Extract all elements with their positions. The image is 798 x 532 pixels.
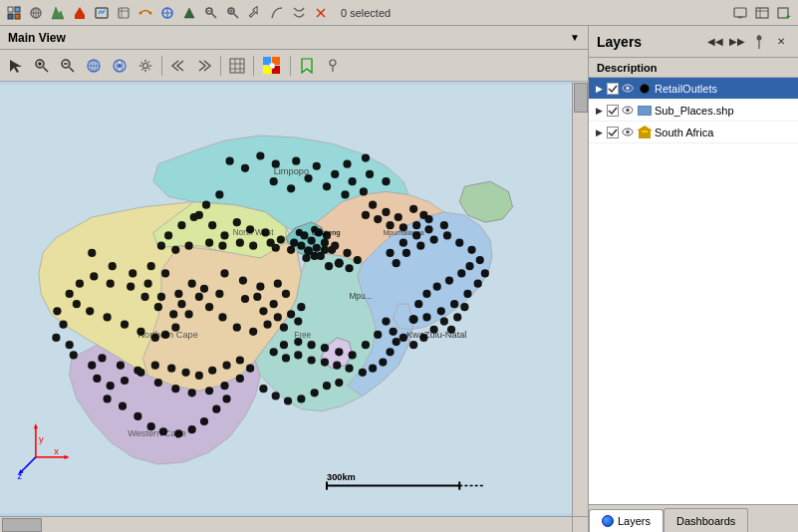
svg-point-162 <box>256 283 264 291</box>
toolbar-icon-plus[interactable]: + <box>774 3 794 23</box>
zoom-extent-tool[interactable] <box>108 54 132 78</box>
svg-point-285 <box>460 303 468 311</box>
horizontal-scrollbar[interactable] <box>0 516 572 532</box>
color-tool[interactable] <box>258 54 286 78</box>
svg-line-39 <box>44 67 49 72</box>
svg-point-316 <box>626 109 630 113</box>
svg-point-158 <box>424 225 432 233</box>
svg-point-135 <box>416 242 424 250</box>
svg-rect-32 <box>756 8 768 18</box>
toolbar-icon-table[interactable] <box>752 3 772 23</box>
layers-pin-btn[interactable] <box>750 33 768 51</box>
toolbar-icon-3[interactable] <box>48 3 68 23</box>
svg-point-83 <box>323 231 331 239</box>
svg-point-208 <box>140 293 148 301</box>
zoom-out-tool[interactable] <box>56 54 80 78</box>
svg-point-177 <box>218 313 226 321</box>
toolbar-icon-x[interactable] <box>311 3 331 23</box>
toolbar-icon-curve2[interactable] <box>289 3 309 23</box>
svg-point-247 <box>345 365 353 373</box>
toolbar-icon-4[interactable] <box>70 3 90 23</box>
svg-point-15 <box>149 11 152 14</box>
svg-point-130 <box>374 215 382 223</box>
full-extent-tool[interactable] <box>82 54 106 78</box>
vertical-scrollbar-thumb[interactable] <box>574 83 588 113</box>
toolbar-icon-curve[interactable] <box>267 3 287 23</box>
layer-item-retail-outlets[interactable]: ▶ RetailOutlets <box>589 78 798 100</box>
svg-point-93 <box>233 218 241 226</box>
check-sub-places[interactable] <box>607 105 619 117</box>
svg-point-292 <box>164 231 172 239</box>
svg-point-195 <box>86 307 94 315</box>
svg-point-194 <box>73 300 81 308</box>
layer-item-south-africa[interactable]: ▶ South Africa <box>589 122 798 143</box>
layers-close-btn[interactable]: ✕ <box>772 33 790 51</box>
grid-tool[interactable] <box>225 54 249 78</box>
toolbar-icon-arrow[interactable] <box>245 3 265 23</box>
layer-item-sub-places[interactable]: ▶ Sub_Places.shp <box>589 100 798 122</box>
svg-point-141 <box>481 269 489 277</box>
svg-point-178 <box>205 303 213 311</box>
pin-tool[interactable] <box>321 54 345 78</box>
tab-dashboards[interactable]: Dashboards <box>664 508 748 532</box>
svg-point-217 <box>222 362 230 370</box>
layers-forward-btn[interactable]: ▶▶ <box>728 33 746 51</box>
toolbar-icon-2[interactable] <box>26 3 46 23</box>
toolbar-icon-9[interactable] <box>179 3 199 23</box>
svg-point-100 <box>171 246 179 254</box>
svg-point-94 <box>246 225 254 233</box>
svg-point-76 <box>308 236 316 244</box>
map-viewport[interactable]: Gauteng Mpu... Mpumalanga KwaZulu-Natal … <box>0 82 588 532</box>
svg-point-283 <box>447 326 455 334</box>
layers-back-btn[interactable]: ◀◀ <box>706 33 724 51</box>
toolbar-icon-7[interactable] <box>135 3 155 23</box>
forward-tool[interactable] <box>192 54 216 78</box>
svg-point-224 <box>171 385 179 393</box>
svg-point-147 <box>409 315 418 324</box>
back-tool[interactable] <box>166 54 190 78</box>
eye-south-africa[interactable] <box>621 126 635 139</box>
svg-point-225 <box>154 379 162 387</box>
arrow-tool[interactable] <box>4 54 28 78</box>
expand-sub-places[interactable]: ▶ <box>593 105 605 117</box>
zoom-in-tool[interactable] <box>30 54 54 78</box>
svg-point-92 <box>220 231 228 239</box>
toolbar-icon-display[interactable] <box>730 3 750 23</box>
toolbar-icon-10[interactable] <box>201 3 221 23</box>
svg-point-161 <box>239 276 247 284</box>
toolbar-icon-5[interactable] <box>92 3 112 23</box>
toolbar-icon-1[interactable] <box>4 3 24 23</box>
check-retail-outlets[interactable] <box>607 83 619 95</box>
svg-point-279 <box>409 341 417 349</box>
svg-point-240 <box>222 395 230 402</box>
toolbar-icon-6[interactable] <box>114 3 133 23</box>
svg-point-105 <box>256 151 264 159</box>
svg-point-186 <box>147 262 155 270</box>
settings-tool[interactable] <box>133 54 157 78</box>
eye-retail-outlets[interactable] <box>621 82 635 96</box>
check-south-africa[interactable] <box>607 127 619 138</box>
svg-point-134 <box>402 249 410 257</box>
eye-sub-places[interactable] <box>621 104 635 118</box>
svg-point-320 <box>626 131 630 134</box>
layers-panel-title: Layers <box>597 34 702 50</box>
svg-point-187 <box>161 269 169 277</box>
svg-point-271 <box>259 385 267 393</box>
bookmark-tool[interactable] <box>295 54 319 78</box>
vertical-scrollbar[interactable] <box>572 82 588 516</box>
svg-point-131 <box>362 211 370 219</box>
horizontal-scrollbar-thumb[interactable] <box>2 518 42 532</box>
expand-south-africa[interactable]: ▶ <box>593 127 605 138</box>
expand-retail-outlets[interactable]: ▶ <box>593 83 605 95</box>
svg-point-156 <box>399 239 407 247</box>
svg-point-132 <box>412 221 420 229</box>
toolbar-icon-11[interactable] <box>223 3 243 23</box>
tab-layers[interactable]: Layers <box>589 509 664 532</box>
toolbar-icon-8[interactable] <box>157 3 177 23</box>
svg-point-143 <box>463 290 471 298</box>
svg-point-289 <box>66 341 74 349</box>
map-collapse-btn[interactable]: ▼ <box>570 32 580 43</box>
svg-point-291 <box>157 242 165 250</box>
svg-marker-9 <box>75 7 85 15</box>
svg-point-210 <box>117 362 125 370</box>
